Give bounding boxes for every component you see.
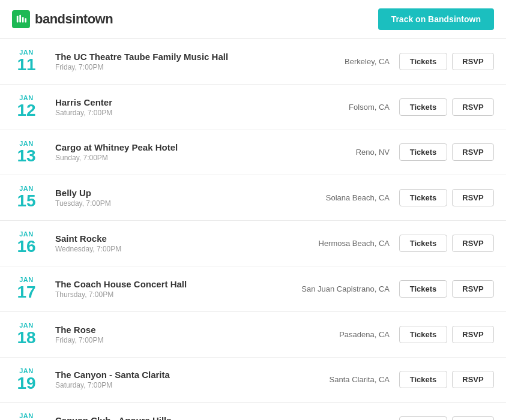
event-info: The Coach House Concert Hall Thursday, 7… bbox=[55, 279, 292, 299]
event-datetime: Tuesday, 7:00PM bbox=[55, 199, 296, 208]
event-day: 11 bbox=[17, 56, 35, 74]
event-location: San Juan Capistrano, CA bbox=[301, 284, 390, 293]
event-datetime: Friday, 7:00PM bbox=[55, 336, 296, 344]
event-name: Cargo at Whitney Peak Hotel bbox=[55, 142, 296, 152]
event-row: JAN 17 The Coach House Concert Hall Thur… bbox=[0, 266, 506, 312]
tickets-button[interactable]: Tickets bbox=[399, 98, 447, 116]
event-row: JAN 18 The Rose Friday, 7:00PM Pasadena,… bbox=[0, 312, 506, 358]
rsvp-button[interactable]: RSVP bbox=[452, 53, 494, 70]
event-month: JAN bbox=[19, 140, 34, 147]
event-name: Saint Rocke bbox=[55, 233, 296, 244]
tickets-button[interactable]: Tickets bbox=[399, 371, 447, 388]
event-info: Harris Center Saturday, 7:00PM bbox=[55, 97, 296, 117]
rsvp-button[interactable]: RSVP bbox=[452, 189, 494, 206]
event-location: Reno, NV bbox=[306, 148, 390, 157]
event-actions: Tickets RSVP bbox=[399, 53, 494, 70]
event-location: Pasadena, CA bbox=[306, 330, 390, 339]
event-name: Harris Center bbox=[55, 97, 296, 107]
event-datetime: Saturday, 7:00PM bbox=[55, 381, 296, 389]
logo-icon bbox=[12, 10, 30, 28]
event-date: JAN 11 bbox=[12, 49, 41, 74]
event-datetime: Wednesday, 7:00PM bbox=[55, 245, 296, 253]
event-day: 15 bbox=[17, 192, 35, 211]
tickets-button[interactable]: Tickets bbox=[399, 416, 447, 420]
rsvp-button[interactable]: RSVP bbox=[452, 280, 494, 298]
event-datetime: Friday, 7:00PM bbox=[55, 63, 296, 71]
event-actions: Tickets RSVP bbox=[399, 143, 494, 161]
event-date: JAN 16 bbox=[12, 230, 41, 256]
event-day: 16 bbox=[17, 238, 35, 256]
bandsintown-icon bbox=[16, 14, 26, 25]
rsvp-button[interactable]: RSVP bbox=[452, 416, 494, 420]
tickets-button[interactable]: Tickets bbox=[399, 143, 447, 161]
event-day: 12 bbox=[17, 101, 35, 120]
event-actions: Tickets RSVP bbox=[399, 326, 494, 343]
header: bandsintown Track on Bandsintown bbox=[0, 0, 506, 39]
rsvp-button[interactable]: RSVP bbox=[452, 371, 494, 388]
tickets-button[interactable]: Tickets bbox=[399, 326, 447, 343]
event-datetime: Sunday, 7:00PM bbox=[55, 154, 296, 162]
logo-text: bandsintown bbox=[35, 11, 113, 27]
rsvp-button[interactable]: RSVP bbox=[452, 98, 494, 116]
track-button[interactable]: Track on Bandsintown bbox=[378, 8, 494, 30]
event-month: JAN bbox=[19, 367, 34, 374]
event-row: JAN 15 Belly Up Tuesday, 7:00PM Solana B… bbox=[0, 175, 506, 221]
event-info: Belly Up Tuesday, 7:00PM bbox=[55, 188, 296, 208]
tickets-button[interactable]: Tickets bbox=[399, 235, 447, 252]
tickets-button[interactable]: Tickets bbox=[399, 53, 447, 70]
event-day: 17 bbox=[17, 283, 35, 302]
event-day: 19 bbox=[17, 374, 35, 393]
rsvp-button[interactable]: RSVP bbox=[452, 326, 494, 343]
svg-rect-1 bbox=[19, 15, 21, 23]
tickets-button[interactable]: Tickets bbox=[399, 189, 447, 206]
event-date: JAN 13 bbox=[12, 140, 41, 166]
event-row: JAN 19 The Canyon - Santa Clarita Saturd… bbox=[0, 358, 506, 403]
events-list: JAN 11 The UC Theatre Taube Family Music… bbox=[0, 39, 506, 420]
svg-rect-2 bbox=[22, 17, 24, 22]
event-info: Saint Rocke Wednesday, 7:00PM bbox=[55, 233, 296, 253]
rsvp-button[interactable]: RSVP bbox=[452, 235, 494, 252]
rsvp-button[interactable]: RSVP bbox=[452, 143, 494, 161]
event-name: Canyon Club - Agoura Hills bbox=[55, 415, 296, 420]
logo: bandsintown bbox=[12, 10, 113, 28]
event-actions: Tickets RSVP bbox=[399, 189, 494, 206]
event-day: 13 bbox=[17, 147, 35, 166]
event-info: Canyon Club - Agoura Hills Sunday, 7:00P… bbox=[55, 415, 296, 420]
event-month: JAN bbox=[19, 322, 34, 329]
event-location: Berkeley, CA bbox=[306, 57, 390, 66]
event-date: JAN 17 bbox=[12, 276, 41, 302]
event-actions: Tickets RSVP bbox=[399, 371, 494, 388]
event-row: JAN 20 Canyon Club - Agoura Hills Sunday… bbox=[0, 403, 506, 420]
event-name: The Canyon - Santa Clarita bbox=[55, 370, 296, 380]
event-info: The Canyon - Santa Clarita Saturday, 7:0… bbox=[55, 370, 296, 389]
event-row: JAN 11 The UC Theatre Taube Family Music… bbox=[0, 39, 506, 85]
event-datetime: Thursday, 7:00PM bbox=[55, 290, 292, 299]
event-row: JAN 12 Harris Center Saturday, 7:00PM Fo… bbox=[0, 85, 506, 130]
event-date: JAN 12 bbox=[12, 94, 41, 120]
event-location: Solana Beach, CA bbox=[306, 193, 390, 202]
event-date: JAN 20 bbox=[12, 412, 41, 420]
event-actions: Tickets RSVP bbox=[399, 235, 494, 252]
svg-rect-3 bbox=[25, 18, 26, 22]
event-actions: Tickets RSVP bbox=[399, 280, 494, 298]
event-date: JAN 19 bbox=[12, 367, 41, 393]
event-location: Folsom, CA bbox=[306, 103, 390, 112]
event-day: 18 bbox=[17, 329, 35, 347]
event-month: JAN bbox=[19, 94, 34, 101]
event-date: JAN 18 bbox=[12, 322, 41, 347]
event-name: Belly Up bbox=[55, 188, 296, 198]
event-date: JAN 15 bbox=[12, 185, 41, 211]
event-name: The UC Theatre Taube Family Music Hall bbox=[55, 52, 296, 62]
event-datetime: Saturday, 7:00PM bbox=[55, 109, 296, 117]
event-location: Santa Clarita, CA bbox=[306, 375, 390, 384]
svg-rect-0 bbox=[17, 16, 19, 23]
event-actions: Tickets RSVP bbox=[399, 416, 494, 420]
event-name: The Rose bbox=[55, 325, 296, 335]
event-row: JAN 13 Cargo at Whitney Peak Hotel Sunda… bbox=[0, 130, 506, 176]
tickets-button[interactable]: Tickets bbox=[399, 280, 447, 298]
event-info: Cargo at Whitney Peak Hotel Sunday, 7:00… bbox=[55, 142, 296, 162]
event-location: Hermosa Beach, CA bbox=[306, 239, 390, 248]
event-info: The Rose Friday, 7:00PM bbox=[55, 325, 296, 344]
event-info: The UC Theatre Taube Family Music Hall F… bbox=[55, 52, 296, 71]
event-name: The Coach House Concert Hall bbox=[55, 279, 292, 289]
